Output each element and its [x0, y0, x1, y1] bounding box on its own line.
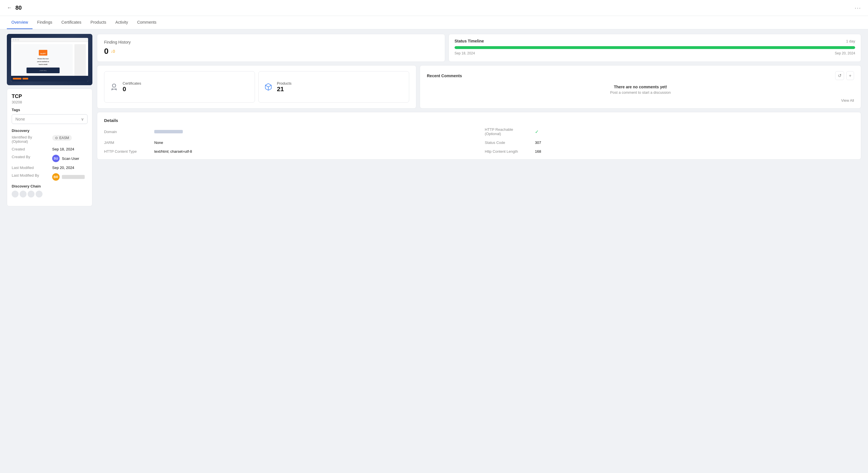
created-by-row: Created By SU Scan User	[12, 155, 88, 162]
page-id: 80	[16, 5, 22, 11]
status-code-field: Status Code 307	[485, 140, 854, 145]
status-timeline-dates: Sep 18, 2024 Sep 20, 2024	[455, 51, 855, 55]
chain-node-3	[28, 191, 34, 198]
back-button[interactable]: ←	[7, 5, 12, 11]
last-modified-label: Last Modified	[12, 166, 49, 170]
certificates-item[interactable]: Certificates 0	[104, 71, 255, 103]
last-modified-value: Sep 20, 2024	[52, 166, 74, 170]
top-bar: ← 80 ···	[0, 0, 868, 16]
st-date-start: Sep 18, 2024	[455, 51, 475, 55]
asset-image: HacSPT Protect the trust you've worked s…	[7, 34, 92, 85]
tags-dropdown[interactable]: None ∨	[12, 114, 88, 124]
easm-label: EASM	[59, 136, 69, 140]
recent-comments-card: Recent Comments ↺ + There are no comment…	[420, 65, 861, 108]
middle-row: Certificates 0 Products 21	[97, 65, 861, 108]
back-icon: ←	[7, 5, 12, 11]
created-row: Created Sep 18, 2024	[12, 147, 88, 151]
finding-history-values: 0 ↓0	[104, 47, 438, 56]
tab-products[interactable]: Products	[86, 16, 111, 29]
discovery-section: Discovery Identified By(Optional) ⊙ EASM…	[12, 129, 88, 198]
left-panel: HacSPT Protect the trust you've worked s…	[7, 34, 92, 466]
chain-node-4	[36, 191, 42, 198]
created-value: Sep 18, 2024	[52, 147, 74, 151]
no-comments-sub: Post a comment to start a discussion	[610, 90, 671, 95]
domain-label: Domain	[104, 130, 150, 134]
chain-node-2	[20, 191, 27, 198]
recent-comments-header: Recent Comments ↺ +	[427, 71, 854, 80]
products-item[interactable]: Products 21	[258, 71, 409, 103]
nav-tabs: Overview Findings Certificates Products …	[0, 16, 868, 29]
main-content: HacSPT Protect the trust you've worked s…	[0, 29, 868, 470]
svg-point-0	[112, 84, 116, 88]
discovery-label: Discovery	[12, 129, 88, 133]
created-by-user: SU Scan User	[52, 155, 79, 162]
refresh-icon: ↺	[838, 73, 841, 78]
identified-by-label: Identified By(Optional)	[12, 135, 49, 144]
status-timeline-header: Status Timeline 1 day	[455, 39, 855, 43]
finding-history-count: 0	[104, 47, 108, 56]
easm-badge: ⊙ EASM	[52, 135, 72, 141]
details-grid: Domain HTTP Reachable (Optional) ✓ JARM …	[104, 127, 854, 154]
top-right-row: Finding History 0 ↓0 Status Timeline 1 d…	[97, 34, 861, 62]
http-content-type-label: HTTP Content Type	[104, 149, 150, 154]
recent-comments-title: Recent Comments	[427, 73, 462, 78]
tags-value: None	[16, 117, 25, 122]
asset-subtitle: 30208	[12, 100, 88, 104]
chain-node-1	[12, 191, 19, 198]
finding-history-card: Finding History 0 ↓0	[97, 34, 445, 62]
more-icon: ···	[855, 5, 861, 11]
status-timeline-card: Status Timeline 1 day Sep 18, 2024 Sep 2…	[448, 34, 861, 62]
status-code-value: 307	[535, 140, 541, 145]
status-timeline-title: Status Timeline	[455, 39, 484, 43]
st-date-end: Sep 20, 2024	[835, 51, 855, 55]
tab-activity[interactable]: Activity	[111, 16, 133, 29]
http-content-length-label: Http Content Length	[485, 149, 530, 154]
http-content-type-value: text/html; charset=utf-8	[154, 149, 192, 154]
created-by-label: Created By	[12, 155, 49, 159]
http-reachable-label: HTTP Reachable (Optional)	[485, 127, 530, 136]
domain-value-blurred	[154, 130, 183, 133]
last-modified-by-row: Last Modified By BR	[12, 173, 88, 181]
products-count: 21	[277, 86, 291, 93]
status-timeline-fill	[455, 46, 855, 49]
recent-comments-empty: There are no comments yet! Post a commen…	[427, 85, 854, 95]
certs-products-card: Certificates 0 Products 21	[97, 65, 416, 108]
status-code-label: Status Code	[485, 140, 530, 145]
discovery-chain-nodes	[12, 191, 88, 198]
http-content-length-value: 168	[535, 149, 541, 154]
http-content-type-field: HTTP Content Type text/html; charset=utf…	[104, 149, 473, 154]
http-reachable-value: ✓	[535, 129, 539, 134]
certificates-info: Certificates 0	[123, 81, 141, 93]
tab-overview[interactable]: Overview	[7, 16, 32, 29]
last-modified-by-label: Last Modified By	[12, 173, 49, 177]
tab-findings[interactable]: Findings	[32, 16, 57, 29]
status-timeline-day: 1 day	[846, 39, 855, 43]
refresh-button[interactable]: ↺	[835, 71, 844, 80]
last-modified-by-user: BR	[52, 173, 85, 181]
chevron-down-icon: ∨	[81, 117, 84, 122]
avatar-br: BR	[52, 173, 60, 181]
jarm-field: JARM None	[104, 140, 473, 145]
info-card: TCP 30208 Tags None ∨ Discovery Identifi…	[7, 89, 92, 206]
more-options-button[interactable]: ···	[855, 5, 861, 11]
jarm-value: None	[154, 140, 163, 145]
tab-comments[interactable]: Comments	[133, 16, 161, 29]
certificates-icon	[109, 82, 119, 92]
finding-history-delta: ↓0	[111, 49, 115, 54]
view-all-button[interactable]: View All	[841, 98, 854, 103]
products-icon	[263, 82, 274, 92]
domain-field: Domain	[104, 127, 473, 136]
details-card: Details Domain HTTP Reachable (Optional)…	[97, 112, 861, 160]
certificates-count: 0	[123, 86, 141, 93]
tab-certificates[interactable]: Certificates	[57, 16, 86, 29]
identified-by-row: Identified By(Optional) ⊙ EASM	[12, 135, 88, 144]
no-comments-title: There are no comments yet!	[614, 85, 667, 89]
blurred-username	[62, 175, 85, 179]
asset-title: TCP	[12, 94, 88, 99]
add-comment-button[interactable]: +	[846, 71, 854, 80]
http-content-length-field: Http Content Length 168	[485, 149, 854, 154]
last-modified-row: Last Modified Sep 20, 2024	[12, 166, 88, 170]
discovery-chain-label: Discovery Chain	[12, 184, 88, 188]
avatar-su: SU	[52, 155, 60, 162]
finding-history-title: Finding History	[104, 40, 438, 44]
